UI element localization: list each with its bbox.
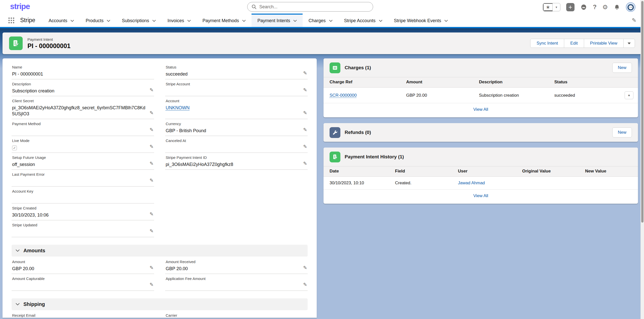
charge-ref-link[interactable]: SCR-0000000: [330, 93, 357, 98]
edit-pencil-icon[interactable]: ✎: [150, 178, 154, 183]
stripe-logo: stripe: [10, 2, 30, 11]
edit-pencil-icon[interactable]: ✎: [303, 144, 307, 150]
edit-pencil-icon[interactable]: ✎: [150, 144, 154, 150]
field-label: Live Mode: [12, 138, 146, 143]
detail-fields: Name PI - 000000001 Status succeeded ✎ D…: [12, 62, 308, 237]
chevron-down-icon[interactable]: [152, 20, 156, 22]
edit-navigation-pencil-icon[interactable]: ✎: [632, 17, 636, 24]
related-lists: Charges (1) New Charge Ref Amount Descri…: [324, 58, 638, 318]
live-mode-checkbox[interactable]: ✓: [12, 146, 17, 150]
edit-pencil-icon[interactable]: ✎: [150, 211, 154, 217]
new-refund-button[interactable]: New: [612, 127, 632, 137]
edit-pencil-icon[interactable]: ✎: [303, 110, 307, 116]
history-field: Created.: [389, 177, 452, 190]
edit-pencil-icon[interactable]: ✎: [303, 282, 307, 288]
tab-products[interactable]: Products: [80, 14, 116, 27]
search-input[interactable]: [259, 4, 369, 10]
scrollbar-thumb[interactable]: [641, 1, 643, 223]
history-date: 30/10/2023, 10:10: [324, 177, 389, 190]
edit-pencil-icon[interactable]: ✎: [150, 265, 154, 271]
chevron-down-icon[interactable]: [187, 20, 191, 22]
field-value: Subscription creation: [12, 88, 146, 94]
check-icon: ✓: [13, 146, 16, 150]
tab-accounts[interactable]: Accounts: [43, 14, 80, 27]
edit-pencil-icon[interactable]: ✎: [150, 127, 154, 133]
printable-view-button[interactable]: Printable View: [584, 39, 624, 48]
field-stripe-created: Stripe Created 30/10/2023, 10:06 ✎: [12, 203, 154, 220]
view-all-link[interactable]: View All: [473, 107, 488, 112]
tab-payment-methods[interactable]: Payment Methods: [197, 14, 252, 27]
history-user-link[interactable]: Jawad Ahmad: [458, 181, 485, 185]
field-label: Setup Future Usage: [12, 155, 146, 160]
field-value: GBP - British Pound: [166, 128, 299, 134]
view-all-link[interactable]: View All: [473, 193, 488, 198]
favorite-star-icon[interactable]: ★: [543, 3, 553, 11]
charges-title: Charges (1): [345, 65, 371, 70]
row-actions-caret-icon[interactable]: ▼: [625, 91, 633, 99]
chevron-down-icon[interactable]: [444, 20, 448, 22]
tab-label: Payment Intents: [257, 18, 290, 23]
favorites-group: ★ ▾: [543, 3, 560, 11]
edit-pencil-icon[interactable]: ✎: [303, 87, 307, 93]
edit-pencil-icon[interactable]: ✎: [150, 87, 154, 93]
setup-gear-icon[interactable]: ⚙: [602, 4, 608, 11]
tab-label: Stripe Accounts: [344, 18, 376, 23]
edit-button[interactable]: Edit: [564, 39, 584, 48]
column-header: Amount: [400, 77, 473, 88]
chevron-down-icon[interactable]: [293, 20, 297, 22]
column-header: Status: [548, 77, 619, 88]
field-label: Application Fee Amount: [166, 276, 299, 281]
record-header: Payment Intent PI - 000000001 Sync Inten…: [3, 32, 641, 54]
tab-payment-intents[interactable]: Payment Intents: [252, 14, 303, 27]
edit-pencil-icon[interactable]: ✎: [303, 265, 307, 271]
tab-invoices[interactable]: Invoices: [162, 14, 197, 27]
help-icon[interactable]: ?: [593, 4, 597, 11]
field-value: GBP 20.00: [12, 266, 146, 272]
chevron-down-icon[interactable]: [70, 20, 74, 22]
field-value: [12, 282, 146, 289]
edit-pencil-icon[interactable]: ✎: [150, 110, 154, 116]
field-label: Stripe Account: [166, 82, 299, 86]
charges-view-all: View All: [324, 103, 638, 117]
field-stripe-payment-intent-id: Stripe Payment Intent ID pi_3O6sMAEi2yHo…: [165, 153, 308, 170]
chevron-down-icon[interactable]: [379, 20, 382, 22]
chevron-down-icon[interactable]: [329, 20, 333, 22]
edit-pencil-icon[interactable]: ✎: [150, 161, 154, 166]
edit-pencil-icon[interactable]: ✎: [150, 282, 154, 288]
field-label: Amount Capturable: [12, 276, 146, 281]
new-charge-button[interactable]: New: [612, 63, 632, 73]
section-title: Shipping: [23, 301, 45, 307]
charges-card: Charges (1) New Charge Ref Amount Descri…: [324, 58, 638, 117]
chevron-down-icon[interactable]: [242, 20, 246, 22]
guidance-center-icon[interactable]: [580, 4, 587, 11]
charges-table: Charge Ref Amount Description Status SCR…: [324, 77, 638, 103]
app-launcher-icon[interactable]: [8, 17, 15, 24]
user-avatar[interactable]: [626, 2, 635, 12]
field-label: Stripe Payment Intent ID: [166, 155, 299, 160]
notifications-bell-icon[interactable]: [614, 4, 620, 10]
app-name: Stripe: [20, 17, 35, 24]
edit-pencil-icon[interactable]: ✎: [150, 228, 154, 234]
history-title: Payment Intent History (1): [345, 154, 404, 160]
edit-pencil-icon[interactable]: ✎: [303, 127, 307, 133]
section-shipping[interactable]: Shipping: [12, 298, 308, 310]
column-header: [619, 77, 638, 88]
edit-pencil-icon[interactable]: ✎: [303, 70, 307, 76]
chevron-down-icon[interactable]: [107, 20, 110, 22]
tab-label: Charges: [308, 18, 326, 23]
section-amounts[interactable]: Amounts: [12, 245, 308, 257]
tab-subscriptions[interactable]: Subscriptions: [116, 14, 162, 27]
edit-pencil-icon[interactable]: ✎: [303, 161, 307, 166]
field-spacer: [165, 203, 308, 220]
tab-label: Stripe Webhook Events: [394, 18, 441, 23]
global-actions-icon[interactable]: +: [566, 3, 575, 11]
chevron-down-icon: [16, 303, 20, 305]
tab-stripe-webhook-events[interactable]: Stripe Webhook Events: [388, 14, 454, 27]
tab-charges[interactable]: Charges: [303, 14, 338, 27]
charge-amount: GBP 20.00: [400, 88, 473, 103]
account-link[interactable]: UNKNOWN: [166, 105, 190, 110]
sync-intent-button[interactable]: Sync Intent: [530, 39, 564, 48]
more-actions-caret-icon[interactable]: [623, 39, 635, 48]
tab-stripe-accounts[interactable]: Stripe Accounts: [338, 14, 388, 27]
favorites-caret-icon[interactable]: ▾: [553, 3, 560, 11]
